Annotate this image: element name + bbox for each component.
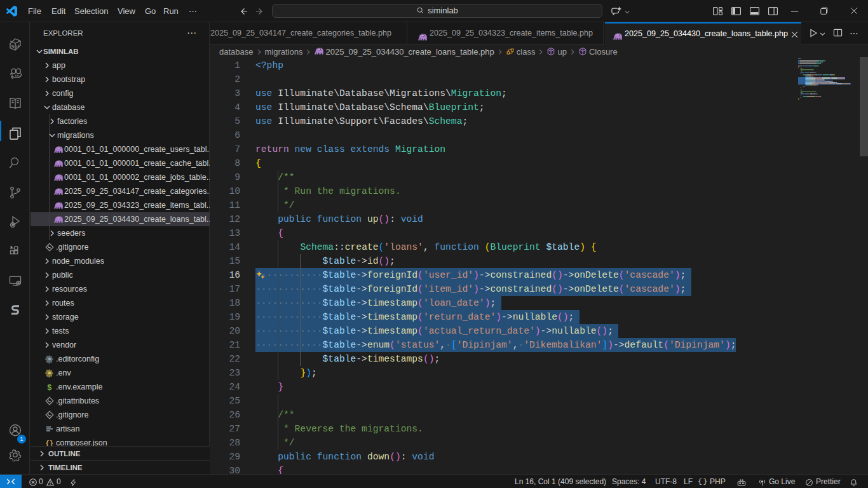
svg-text:$: $ <box>48 383 52 392</box>
